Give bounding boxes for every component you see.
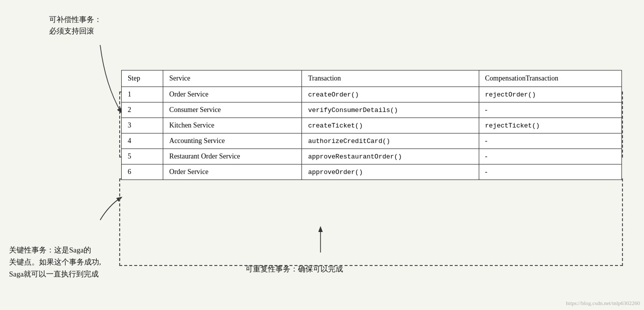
cell-service: Kitchen Service: [163, 118, 302, 134]
table-row: 3Kitchen ServicecreateTicket()rejectTick…: [122, 118, 622, 134]
cell-step: 2: [122, 102, 163, 118]
table-row: 2Consumer ServiceverifyConsumerDetails()…: [122, 102, 622, 118]
watermark: https://blog.csdn.net/tnlp6302260: [566, 300, 640, 306]
cell-service: Order Service: [163, 164, 302, 180]
cell-step: 6: [122, 164, 163, 180]
col-compensation: CompensationTransaction: [479, 70, 621, 87]
page-container: 可补偿性事务： 必须支持回滚 关键性事务：这是Saga的 关键点。如果这个事务成…: [0, 0, 644, 310]
cell-compensation: -: [479, 134, 621, 149]
label-retriable: 可重复性事务：确保可以完成: [245, 264, 343, 274]
table-row: 6Order ServiceapproveOrder()-: [122, 164, 622, 180]
cell-compensation: -: [479, 164, 621, 180]
cell-transaction: approveRestaurantOrder(): [302, 149, 479, 164]
cell-transaction: authorizeCreditCard(): [302, 134, 479, 149]
col-service: Service: [163, 70, 302, 87]
dashed-box-retriable: [119, 178, 623, 266]
table-wrapper: Step Service Transaction CompensationTra…: [121, 70, 622, 180]
table-row: 4Accounting ServiceauthorizeCreditCard()…: [122, 134, 622, 149]
cell-service: Accounting Service: [163, 134, 302, 149]
col-transaction: Transaction: [302, 70, 479, 87]
cell-compensation: rejectOrder(): [479, 87, 621, 102]
cell-compensation: -: [479, 149, 621, 164]
cell-transaction: verifyConsumerDetails(): [302, 102, 479, 118]
table-row: 1Order ServicecreateOrder()rejectOrder(): [122, 87, 622, 102]
cell-transaction: createTicket(): [302, 118, 479, 134]
cell-compensation: rejectTicket(): [479, 118, 621, 134]
cell-step: 4: [122, 134, 163, 149]
label-pivotal: 关键性事务：这是Saga的 关键点。如果这个事务成功, Saga就可以一直执行到…: [9, 244, 101, 280]
cell-service: Order Service: [163, 87, 302, 102]
cell-compensation: -: [479, 102, 621, 118]
table-row: 5Restaurant Order ServiceapproveRestaura…: [122, 149, 622, 164]
cell-step: 3: [122, 118, 163, 134]
label-compensatable: 可补偿性事务： 必须支持回滚: [49, 14, 102, 36]
cell-service: Restaurant Order Service: [163, 149, 302, 164]
cell-transaction: createOrder(): [302, 87, 479, 102]
cell-service: Consumer Service: [163, 102, 302, 118]
saga-table: Step Service Transaction CompensationTra…: [121, 70, 622, 180]
table-header-row: Step Service Transaction CompensationTra…: [122, 70, 622, 87]
cell-step: 1: [122, 87, 163, 102]
col-step: Step: [122, 70, 163, 87]
cell-step: 5: [122, 149, 163, 164]
cell-transaction: approveOrder(): [302, 164, 479, 180]
